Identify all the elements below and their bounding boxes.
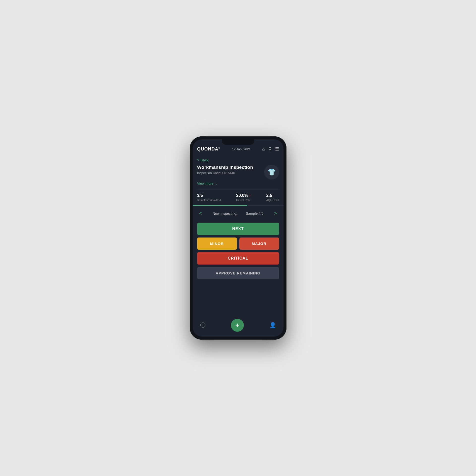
inspecting-sample: Sample:4/5 [246, 211, 263, 215]
inspection-header: Workmanship Inspection Inspection Code: … [197, 165, 279, 179]
back-button[interactable]: < Back [197, 154, 279, 165]
inspection-info: Workmanship Inspection Inspection Code: … [197, 165, 264, 175]
menu-icon[interactable]: ☰ [275, 146, 279, 152]
stat-samples-label: Samples Submitted [197, 199, 221, 202]
home-icon[interactable]: ⌂ [262, 147, 265, 152]
defect-trend-icon: ↑ [249, 194, 251, 198]
next-button[interactable]: NEXT [197, 223, 279, 235]
inspection-icon-wrap: 👕 [264, 165, 279, 179]
stat-samples: 3/5 Samples Submitted [197, 193, 221, 202]
back-label: Back [200, 158, 209, 162]
shirt-icon: 👕 [268, 168, 276, 176]
defect-buttons-row: MINOR MAJOR [197, 238, 279, 250]
search-icon[interactable]: ⚲ [268, 146, 272, 152]
prev-sample-button[interactable]: < [197, 209, 204, 217]
profile-nav-icon[interactable]: 👤 [269, 322, 276, 328]
stat-aql: 2.5 AQL Level [266, 193, 279, 202]
bottom-nav: ⓘ + 👤 [193, 316, 284, 337]
view-more-button[interactable]: View more ⌄ [197, 181, 279, 185]
stat-aql-label: AQL Level [266, 199, 279, 202]
inspecting-label: Now Inspecting: [213, 211, 237, 215]
stat-defect: 20.0% ↑ Defect Rate [236, 193, 251, 202]
minor-button[interactable]: MINOR [197, 238, 237, 250]
top-date: 12 Jan, 2021 [232, 147, 251, 151]
back-chevron-icon: < [197, 158, 199, 162]
stats-row: 3/5 Samples Submitted 20.0% ↑ Defect Rat… [197, 189, 279, 205]
inspecting-row: < Now Inspecting: Sample:4/5 > [197, 206, 279, 221]
approve-remaining-button[interactable]: APPROVE REMAINING [197, 267, 279, 279]
inspection-code: Inspection Code: S615440 [197, 171, 264, 175]
stat-defect-label: Defect Rate [236, 199, 251, 202]
top-icons: ⌂ ⚲ ☰ [262, 146, 279, 152]
add-nav-button[interactable]: + [231, 319, 244, 332]
major-button[interactable]: MAJOR [239, 238, 279, 250]
view-more-label: View more [197, 181, 214, 185]
stat-defect-value: 20.0% ↑ [236, 193, 251, 198]
phone-notch [222, 139, 254, 145]
phone-device: QUONDA® 12 Jan, 2021 ⌂ ⚲ ☰ < Back Workma… [190, 136, 286, 340]
main-content: < Back Workmanship Inspection Inspection… [193, 154, 284, 316]
stat-aql-value: 2.5 [266, 193, 272, 198]
phone-screen: QUONDA® 12 Jan, 2021 ⌂ ⚲ ☰ < Back Workma… [193, 139, 284, 337]
next-sample-button[interactable]: > [272, 209, 279, 217]
stat-samples-value: 3/5 [197, 193, 203, 198]
view-more-chevron-icon: ⌄ [215, 181, 218, 185]
app-logo: QUONDA® [197, 147, 221, 152]
info-nav-icon[interactable]: ⓘ [200, 322, 206, 329]
critical-button[interactable]: CRITICAL [197, 252, 279, 265]
add-icon: + [235, 322, 239, 329]
inspection-title: Workmanship Inspection [197, 165, 264, 170]
